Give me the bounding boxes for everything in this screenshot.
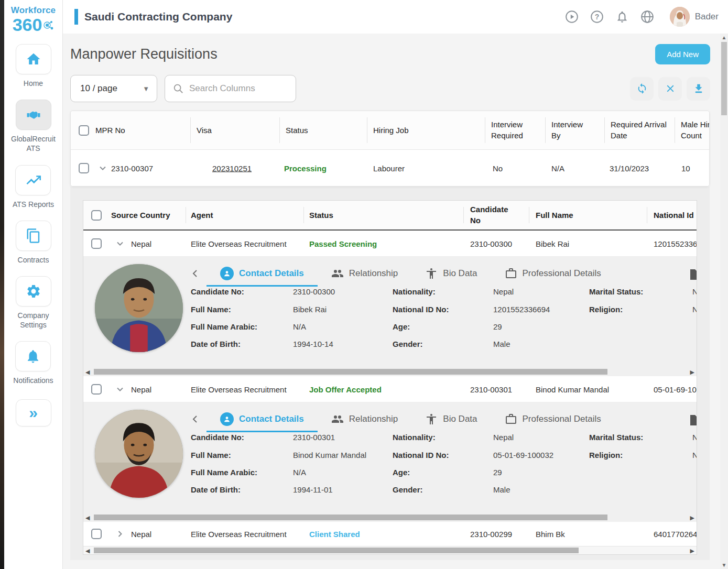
- label-full-name-arabic: Full Name Arabic:: [191, 322, 257, 331]
- chevron-down-icon: ▼: [143, 85, 149, 93]
- source-country: Nepal: [131, 239, 151, 248]
- briefcase-icon: [505, 413, 517, 425]
- page-vertical-scrollbar[interactable]: ▲ ▼: [720, 34, 728, 569]
- chevron-right-icon[interactable]: [116, 530, 124, 538]
- select-all-checkbox[interactable]: [79, 125, 89, 136]
- clipped-tab-icon[interactable]: [687, 268, 697, 281]
- tab-bio-data[interactable]: Bio Data: [411, 407, 491, 431]
- col-status: Status: [309, 210, 446, 221]
- scrollbar-thumb[interactable]: [94, 369, 607, 375]
- chevron-down-icon[interactable]: [116, 239, 124, 248]
- chevron-left-icon[interactable]: [191, 269, 207, 278]
- svg-text:?: ?: [594, 13, 599, 21]
- select-all-checkbox[interactable]: [91, 210, 102, 221]
- label-full-name: Full Name:: [191, 451, 231, 459]
- label-full-name-arabic: Full Name Arabic:: [191, 468, 257, 477]
- clipped-tab-icon[interactable]: [687, 414, 697, 426]
- value-dob: 1994-10-14: [293, 340, 333, 348]
- mpr-table: MPR No Visa Status Hiring Job Interview …: [70, 111, 710, 187]
- tab-relationship[interactable]: Relationship: [318, 261, 412, 286]
- scroll-right-icon[interactable]: ▶: [690, 368, 694, 376]
- row-checkbox[interactable]: [91, 529, 102, 539]
- mpr-row[interactable]: 2310-00307 202310251 Processing Labourer…: [71, 150, 709, 186]
- app-window: Workforce 360 Home GlobalRecr: [0, 0, 728, 569]
- col-interview-by: Interview By: [551, 119, 593, 142]
- scroll-left-icon[interactable]: ◀: [85, 368, 90, 376]
- sidebar-item-contracts[interactable]: Contracts: [16, 221, 51, 265]
- main-content: Manpower Requisitions Add New 10 / page …: [63, 34, 728, 569]
- scroll-right-icon[interactable]: ▶: [690, 514, 694, 521]
- label-national-id: National ID No:: [393, 451, 449, 459]
- detail-horizontal-scrollbar[interactable]: ◀ ▶: [83, 513, 697, 522]
- workforce360-logo: Workforce 360: [9, 0, 58, 37]
- sidebar-item-home[interactable]: Home: [16, 44, 51, 88]
- refresh-button[interactable]: [630, 77, 654, 101]
- sidebar-item-ats-reports[interactable]: ATS Reports: [13, 165, 54, 209]
- row-checkbox[interactable]: [91, 384, 102, 395]
- candidate-photo: [95, 410, 183, 498]
- scrollbar-thumb[interactable]: [94, 548, 579, 553]
- page-size-value: 10 / page: [80, 83, 143, 94]
- value-national-id: 05-01-69-100032: [493, 451, 553, 459]
- user-name: Bader: [695, 12, 719, 22]
- mpr-expanded-panel: Source Country Agent Status Candidate No…: [70, 187, 710, 560]
- home-icon: [26, 51, 41, 67]
- row-checkbox[interactable]: [91, 238, 102, 249]
- tab-contact-details[interactable]: Contact Details: [207, 261, 318, 286]
- agent: Elite Overseas Recruitment: [191, 530, 287, 539]
- handshake-icon: [26, 107, 41, 123]
- scroll-down-icon[interactable]: ▼: [720, 562, 728, 568]
- body-icon: [425, 413, 438, 425]
- tab-relationship[interactable]: Relationship: [318, 407, 412, 431]
- label-full-name: Full Name:: [191, 305, 231, 314]
- globe-icon[interactable]: [640, 10, 654, 24]
- value-full-name: Binod Kumar Mandal: [293, 451, 366, 459]
- sidebar-item-notifications[interactable]: Notifications: [13, 341, 53, 385]
- scroll-right-icon[interactable]: ▶: [690, 547, 694, 554]
- clear-button[interactable]: [658, 77, 682, 101]
- tab-bio-data[interactable]: Bio Data: [411, 261, 491, 286]
- candidate-table-header: Source Country Agent Status Candidate No…: [83, 201, 697, 231]
- interview-by: N/A: [551, 163, 564, 172]
- sidebar: Workforce 360 Home GlobalRecr: [4, 0, 63, 569]
- visa-link[interactable]: 202310251: [212, 163, 252, 172]
- sidebar-item-company-settings[interactable]: Company Settings: [7, 276, 60, 330]
- tab-contact-details[interactable]: Contact Details: [207, 407, 318, 431]
- detail-tabs: Contact Details Relationship Bio Data: [191, 261, 615, 286]
- table-horizontal-scrollbar[interactable]: ◀ ▶: [83, 546, 697, 554]
- avatar: [670, 7, 690, 27]
- page-size-select[interactable]: 10 / page ▼: [70, 75, 157, 102]
- label-gender: Gender:: [393, 485, 423, 494]
- scroll-left-icon[interactable]: ◀: [85, 514, 90, 521]
- play-circle-icon[interactable]: [565, 10, 579, 24]
- person-icon: [220, 412, 234, 426]
- value-religion: N: [692, 451, 697, 459]
- candidate-row[interactable]: Nepal Elite Overseas Recruitment Client …: [83, 522, 697, 546]
- value-full-name-arabic: N/A: [293, 322, 306, 331]
- row-checkbox[interactable]: [79, 163, 89, 173]
- add-new-button[interactable]: Add New: [655, 44, 710, 64]
- chevron-left-icon[interactable]: [191, 414, 207, 424]
- scroll-up-icon[interactable]: ▲: [720, 35, 728, 40]
- tab-professional-details[interactable]: Professional Details: [491, 261, 615, 286]
- scroll-left-icon[interactable]: ◀: [85, 547, 90, 554]
- detail-horizontal-scrollbar[interactable]: ◀ ▶: [83, 368, 697, 376]
- value-full-name: Bibek Rai: [293, 305, 327, 314]
- bell-icon[interactable]: [615, 10, 629, 24]
- scrollbar-thumb[interactable]: [94, 515, 607, 520]
- candidate-row[interactable]: Nepal Elite Overseas Recruitment Job Off…: [83, 376, 697, 402]
- chevron-down-icon[interactable]: [99, 164, 107, 172]
- chevron-down-icon[interactable]: [116, 385, 124, 393]
- candidate-row[interactable]: Nepal Elite Overseas Recruitment Passed …: [83, 231, 697, 257]
- agent: Elite Overseas Recruitment: [191, 385, 287, 393]
- scrollbar-thumb[interactable]: [721, 42, 727, 115]
- full-name: Binod Kumar Mandal: [536, 385, 609, 393]
- search-input[interactable]: [189, 83, 284, 94]
- sidebar-expand-button[interactable]: »: [16, 397, 51, 426]
- sidebar-item-globalrecruit-ats[interactable]: GlobalRecruit ATS: [7, 100, 60, 153]
- help-icon[interactable]: ?: [590, 10, 604, 24]
- download-button[interactable]: [687, 77, 710, 101]
- tab-professional-details[interactable]: Professional Details: [491, 407, 615, 431]
- user-menu[interactable]: Bader: [670, 7, 719, 27]
- label-marital-status: Marital Status:: [589, 287, 643, 296]
